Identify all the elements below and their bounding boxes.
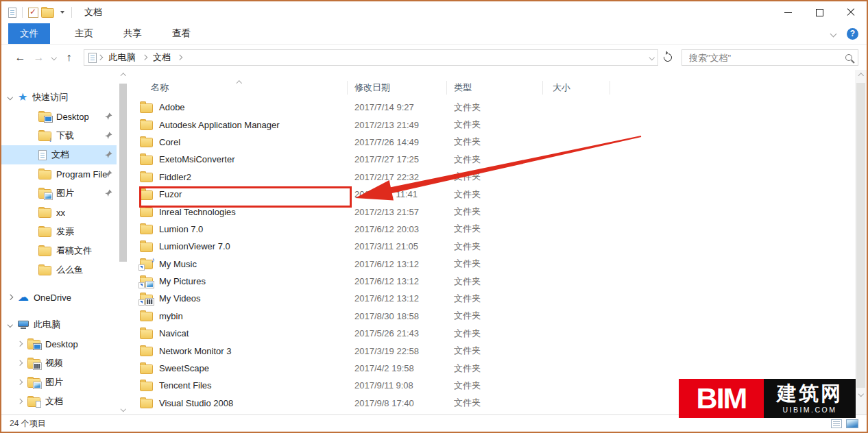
thumbnails-view-button[interactable]	[846, 419, 858, 428]
sidebar-item[interactable]: 图片	[1, 184, 117, 203]
list-scrollbar[interactable]	[855, 70, 867, 415]
refresh-button[interactable]	[658, 49, 677, 66]
scroll-down-icon[interactable]	[117, 403, 129, 415]
file-row[interactable]: Network Monitor 3 2017/3/19 22:58 文件夹	[129, 342, 855, 359]
quick-access-customize-icon[interactable]	[60, 11, 64, 14]
sidebar-scrollbar[interactable]	[117, 70, 129, 415]
folder-icon	[140, 330, 153, 339]
address-dropdown-icon[interactable]	[649, 55, 654, 60]
tab-label: 主页	[75, 28, 93, 38]
expander-icon[interactable]	[15, 380, 25, 384]
ribbon-collapse-icon[interactable]	[830, 30, 837, 37]
expander-icon[interactable]	[5, 295, 15, 299]
file-row[interactable]: My Pictures 2017/6/12 13:12 文件夹	[129, 273, 855, 290]
sidebar-item[interactable]: Desktop	[1, 107, 117, 126]
item-icon	[38, 208, 51, 218]
watermark-brand: BIM	[679, 379, 764, 418]
sidebar-item[interactable]: 文档	[1, 145, 117, 164]
search-icon[interactable]	[845, 54, 852, 61]
file-date: 2017/9/8 17:40	[348, 398, 447, 408]
breadcrumb-item-this-pc[interactable]: 此电脑	[104, 51, 141, 64]
file-row[interactable]: ExetoMsiConverter 2017/7/27 17:25 文件夹	[129, 151, 855, 168]
file-row[interactable]: SweetScape 2017/4/2 19:58 文件夹	[129, 360, 855, 377]
sidebar-item[interactable]: xx	[1, 203, 117, 222]
ribbon-tabs: 文件主页共享查看	[1, 23, 867, 45]
sidebar-item[interactable]: 视频	[1, 354, 117, 373]
file-type: 文件夹	[447, 362, 543, 375]
sidebar-item[interactable]: Program File	[1, 164, 117, 184]
scrollbar-thumb[interactable]	[856, 83, 865, 388]
quick-access-folder-icon[interactable]	[41, 7, 54, 18]
sidebar-section-header[interactable]: ☁ OneDrive	[1, 288, 117, 307]
ribbon-tab[interactable]: 文件	[8, 23, 50, 44]
sidebar-item[interactable]: Desktop	[1, 334, 117, 354]
file-name: Corel	[159, 137, 180, 147]
item-icon	[38, 227, 51, 237]
section-label: OneDrive	[34, 293, 71, 303]
file-row[interactable]: LumionViewer 7.0 2017/3/11 21:05 文件夹	[129, 238, 855, 255]
navigation-pane: ★ 快速访问 Desktop 下载 文档 Program File	[1, 70, 129, 415]
details-view-button[interactable]	[831, 419, 842, 428]
file-row[interactable]: Fiddler2 2017/2/17 22:32 文件夹	[129, 169, 855, 186]
sidebar-item[interactable]: 图片	[1, 373, 117, 392]
expander-icon[interactable]	[15, 342, 25, 346]
column-header-type[interactable]: 类型	[447, 81, 543, 95]
ribbon-tab[interactable]: 主页	[60, 23, 108, 44]
file-name: My Pictures	[159, 276, 206, 286]
expander-icon[interactable]	[15, 399, 25, 404]
file-row[interactable]: Autodesk Application Manager 2017/2/13 2…	[129, 116, 855, 133]
file-type: 文件夹	[447, 153, 543, 166]
file-type: 文件夹	[447, 240, 543, 253]
file-row[interactable]: Corel 2017/7/26 14:49 文件夹	[129, 134, 855, 151]
file-name: Adobe	[159, 102, 185, 112]
items-count: 24 个项目	[10, 418, 46, 430]
breadcrumb-item-documents[interactable]: 文档	[147, 51, 176, 64]
ribbon-tab[interactable]: 查看	[157, 23, 206, 44]
file-name: My Videos	[159, 293, 200, 304]
scroll-up-icon[interactable]	[117, 70, 129, 82]
scroll-down-icon[interactable]	[855, 388, 867, 399]
help-icon[interactable]	[847, 28, 858, 40]
up-button[interactable]: ↑	[60, 51, 78, 64]
sidebar-section-header[interactable]: 此电脑	[1, 315, 117, 334]
back-button[interactable]: ←	[11, 51, 29, 64]
forward-button[interactable]: →	[29, 51, 48, 64]
minimize-button[interactable]	[772, 1, 804, 23]
close-button[interactable]	[835, 1, 867, 23]
file-date: 2017/8/30 18:58	[348, 311, 447, 321]
sidebar-item[interactable]: 么么鱼	[1, 260, 117, 280]
column-header-date[interactable]: 修改日期	[348, 81, 447, 95]
file-row[interactable]: Fuzor 2017/9/11 11:41 文件夹	[129, 186, 855, 203]
column-header-size[interactable]: 大小	[543, 81, 610, 95]
item-label: 文档	[45, 395, 63, 408]
file-row[interactable]: My Music 2017/6/12 13:12 文件夹	[129, 256, 855, 273]
expander-icon[interactable]	[5, 323, 15, 327]
sidebar-item[interactable]: 下载	[1, 126, 117, 145]
sidebar-item[interactable]: 发票	[1, 222, 117, 241]
scrollbar-thumb[interactable]	[119, 84, 127, 262]
expander-icon[interactable]	[5, 95, 15, 99]
sidebar-section-header[interactable]: ★ 快速访问	[1, 88, 117, 107]
item-label: 图片	[56, 187, 74, 199]
sidebar-item[interactable]: 文档	[1, 392, 117, 411]
file-row[interactable]: Inreal Technologies 2017/2/13 21:57 文件夹	[129, 203, 855, 220]
recent-locations-icon[interactable]	[48, 55, 60, 60]
address-bar[interactable]: 此电脑 文档	[84, 49, 658, 66]
scroll-up-icon[interactable]	[855, 70, 867, 82]
maximize-button[interactable]	[804, 1, 835, 23]
file-row[interactable]: My Videos 2017/6/12 13:12 文件夹	[129, 290, 855, 307]
search-input[interactable]	[688, 52, 845, 64]
folder-icon	[140, 208, 153, 217]
expander-icon[interactable]	[15, 361, 25, 365]
file-row[interactable]: Navicat 2017/5/26 21:43 文件夹	[129, 325, 855, 342]
quick-access-check-icon[interactable]	[28, 8, 38, 18]
file-type: 文件夹	[447, 206, 543, 218]
file-row[interactable]: mybin 2017/8/30 18:58 文件夹	[129, 308, 855, 325]
file-date: 2017/9/11 11:41	[348, 189, 447, 199]
item-icon	[27, 340, 40, 349]
sidebar-item[interactable]: 看稿文件	[1, 241, 117, 260]
sort-ascending-icon	[237, 77, 241, 87]
ribbon-tab[interactable]: 共享	[108, 23, 157, 44]
file-row[interactable]: Lumion 7.0 2017/6/12 20:03 文件夹	[129, 221, 855, 238]
file-row[interactable]: Adobe 2017/7/14 9:27 文件夹	[129, 99, 855, 116]
